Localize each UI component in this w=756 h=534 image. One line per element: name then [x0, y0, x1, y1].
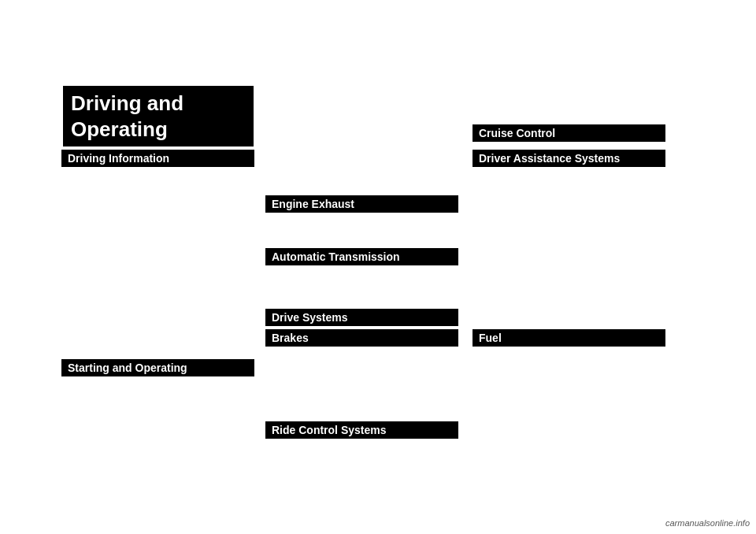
drive-systems-label[interactable]: Drive Systems: [265, 309, 458, 326]
brakes-label[interactable]: Brakes: [265, 329, 458, 347]
page-container: Driving and Operating Driving Informatio…: [0, 0, 756, 534]
driver-assistance-systems-label[interactable]: Driver Assistance Systems: [472, 150, 665, 167]
main-title-line2: Operating: [71, 117, 168, 141]
main-title-line1: Driving and: [71, 91, 183, 115]
fuel-label[interactable]: Fuel: [472, 329, 665, 347]
main-title: Driving and Operating: [63, 86, 254, 146]
ride-control-systems-label[interactable]: Ride Control Systems: [265, 421, 458, 439]
starting-and-operating-label[interactable]: Starting and Operating: [61, 359, 254, 376]
watermark: carmanualsonline.info: [665, 518, 750, 528]
automatic-transmission-label[interactable]: Automatic Transmission: [265, 248, 458, 265]
driving-information-label[interactable]: Driving Information: [61, 150, 254, 167]
engine-exhaust-label[interactable]: Engine Exhaust: [265, 195, 458, 213]
cruise-control-label[interactable]: Cruise Control: [472, 124, 665, 142]
